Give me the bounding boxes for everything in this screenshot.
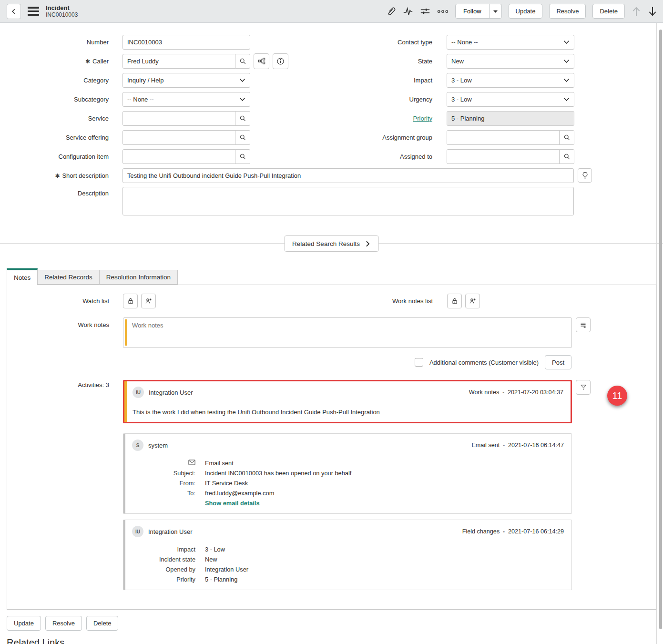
additional-comments-label: Additional comments (Customer visible) [429, 359, 539, 366]
watch-list-add-user-button[interactable] [141, 294, 156, 308]
caller-preview-button[interactable] [273, 53, 288, 69]
delete-button-header[interactable]: Delete [592, 4, 625, 19]
field-short-description: ✱Short description [7, 166, 663, 185]
activity-entry-field-changes: IU Integration User Field changes 2021-0… [123, 520, 572, 590]
short-description-input[interactable] [122, 168, 574, 183]
service-offering-search-button[interactable] [235, 130, 250, 145]
list-lines-icon [580, 321, 587, 328]
related-search-divider: Related Search Results [0, 243, 663, 244]
update-button-footer[interactable]: Update [7, 616, 41, 631]
post-button[interactable]: Post [545, 355, 571, 369]
work-notes-list-add-user-button[interactable] [465, 294, 480, 308]
work-notes-label: Work notes [7, 317, 123, 328]
work-notes-row: Work notes [7, 317, 656, 349]
email-to-label: To: [132, 490, 195, 497]
caller-search-button[interactable] [235, 54, 250, 69]
number-input[interactable] [122, 35, 250, 50]
activity-stream-button[interactable] [403, 6, 413, 17]
urgency-select[interactable]: 3 - Low [447, 92, 574, 107]
configuration-item-search-button[interactable] [235, 149, 250, 164]
more-options-button[interactable] [437, 9, 449, 14]
impact-select[interactable]: 3 - Low [447, 73, 574, 88]
activity-body-text: This is the work I did when testing the … [133, 409, 563, 416]
assigned-to-search-button[interactable] [559, 149, 574, 164]
arrow-up-icon [632, 6, 641, 17]
suggestion-button[interactable] [578, 168, 592, 183]
record-number-subtitle: INC0010003 [46, 11, 78, 18]
show-email-details-link[interactable]: Show email details [205, 500, 260, 507]
lightbulb-icon [581, 172, 589, 180]
tab-resolution-information[interactable]: Resolution Information [100, 270, 178, 285]
more-dots-icon [437, 9, 449, 14]
caller-show-related-button[interactable] [254, 53, 269, 69]
tab-notes[interactable]: Notes [7, 268, 38, 285]
work-notes-textarea[interactable] [123, 317, 572, 348]
assignment-group-input[interactable] [447, 130, 560, 145]
contact-type-label: Contact type [319, 39, 447, 46]
resolve-button-footer[interactable]: Resolve [45, 616, 82, 631]
activity-user-name: Integration User [148, 528, 193, 535]
tab-related-records[interactable]: Related Records [38, 270, 100, 285]
field-change-label: Incident state [132, 556, 195, 563]
work-notes-list-lock-button[interactable] [447, 294, 462, 308]
resolve-button-header[interactable]: Resolve [549, 4, 586, 19]
additional-comments-checkbox[interactable] [415, 358, 423, 367]
attachment-button[interactable] [386, 6, 396, 16]
field-change-label: Priority [132, 576, 195, 583]
service-search-button[interactable] [235, 111, 250, 126]
toggle-activity-stream-button[interactable] [576, 317, 591, 332]
field-configuration-item: Configuration item [7, 147, 319, 166]
avatar: S [132, 440, 143, 451]
assigned-to-input[interactable] [447, 149, 560, 164]
configuration-item-input[interactable] [122, 149, 235, 164]
search-icon [239, 58, 246, 65]
contact-type-select[interactable]: -- None -- [447, 35, 574, 50]
follow-dropdown-button[interactable] [489, 4, 501, 18]
related-search-results-button[interactable]: Related Search Results [284, 235, 379, 252]
caller-lookup [122, 54, 250, 69]
activity-filter-button[interactable] [576, 380, 591, 395]
field-urgency: Urgency 3 - Low [319, 90, 663, 109]
update-button-header[interactable]: Update [509, 4, 543, 19]
activity-type-bar [123, 520, 125, 590]
chevron-left-icon [10, 8, 17, 15]
description-textarea[interactable] [122, 187, 574, 215]
category-select[interactable]: Inquiry / Help [122, 73, 250, 88]
caret-down-icon [493, 10, 498, 13]
person-plus-icon [469, 297, 476, 305]
priority-label-link[interactable]: Priority [413, 115, 432, 122]
previous-record-button[interactable] [632, 6, 641, 17]
vertical-scrollbar[interactable] [659, 30, 662, 629]
personalize-form-button[interactable] [420, 6, 430, 17]
context-menu-icon[interactable] [28, 7, 39, 16]
field-assignment-group: Assignment group [319, 128, 663, 147]
chevron-down-icon [239, 78, 245, 82]
back-button[interactable] [7, 4, 21, 19]
activity-entry-work-notes: IU Integration User Work notes 2021-07-2… [123, 380, 572, 423]
caller-input[interactable] [122, 54, 235, 69]
watch-list-lock-button[interactable] [123, 294, 138, 308]
form-header: Incident INC0010003 [0, 0, 663, 23]
assignment-group-search-button[interactable] [559, 130, 574, 145]
number-label: Number [7, 39, 122, 46]
subcategory-select[interactable]: -- None -- [122, 92, 250, 107]
person-plus-icon [145, 297, 152, 305]
meta-separator [499, 389, 508, 396]
state-select[interactable]: New [447, 54, 574, 69]
field-caller: ✱Caller [7, 51, 319, 71]
search-icon [239, 115, 246, 122]
incident-record-page: Incident INC0010003 [0, 0, 663, 644]
service-offering-input[interactable] [122, 130, 235, 145]
follow-button[interactable]: Follow [456, 4, 489, 18]
required-marker: ✱ [85, 58, 90, 65]
delete-button-footer[interactable]: Delete [86, 616, 119, 631]
next-record-button[interactable] [648, 6, 657, 17]
field-number: Number [7, 32, 319, 51]
sliders-icon [420, 6, 430, 17]
field-service: Service [7, 109, 319, 128]
field-change-label: Opened by [132, 566, 195, 573]
service-input[interactable] [122, 111, 235, 126]
hierarchy-icon [258, 57, 265, 65]
field-change-value: 3 - Low [205, 546, 564, 553]
activity-timestamp: 2021-07-16 06:14:47 [508, 442, 564, 449]
